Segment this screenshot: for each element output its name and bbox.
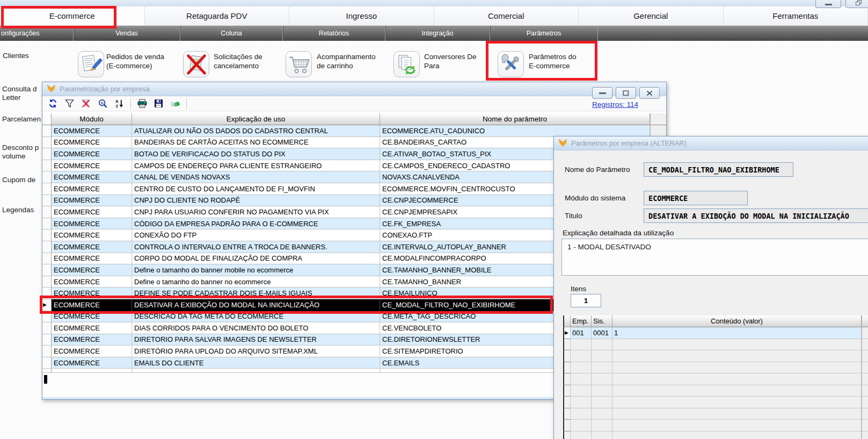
tab-gerencial[interactable]: Gerencial xyxy=(579,6,724,25)
registros-link[interactable]: Registros: 114 xyxy=(592,100,638,109)
sidebar-item-cupom-de[interactable]: Cupom de xyxy=(2,176,35,184)
ribbon: Pedidos de venda(E-commerce)Solicitações… xyxy=(0,41,868,81)
cell-modulo: ECOMMERCE xyxy=(52,264,132,276)
column-header-nome-do-par-metro[interactable]: Nome do parâmetro xyxy=(380,113,650,125)
cell-modulo: ECOMMERCE xyxy=(52,287,132,299)
modulo-sistema-field[interactable]: ECOMMERCE xyxy=(644,191,748,205)
save-icon[interactable] xyxy=(153,98,164,109)
explicacao-label: Explicação detalhada da utilização xyxy=(563,229,674,237)
row-indicator-cell xyxy=(42,183,52,195)
cell-nome-parametro: ECOMMERCE.ATU_CADUNICO xyxy=(380,125,650,137)
cell-explicacao: CONTROLA O INTERVALO ENTRE A TROCA DE BA… xyxy=(132,241,380,253)
tab-comercial[interactable]: Comercial xyxy=(434,6,579,25)
close-button[interactable] xyxy=(639,87,660,99)
cell-modulo: ECOMMERCE xyxy=(52,148,132,160)
cell-explicacao: DIAS CORRIDOS PARA O VENCIMENTO DO BOLET… xyxy=(132,322,380,334)
cell-explicacao: CENTRO DE CUSTO DO LANÇAMENTO DE FI_MOVF… xyxy=(132,183,380,195)
app-root: E-commerceRetaguarda PDVIngressoComercia… xyxy=(0,0,868,439)
menu-item-coluna[interactable]: Coluna xyxy=(180,26,283,41)
itens-grid-empty-row[interactable] xyxy=(563,385,868,397)
row-indicator-cell xyxy=(42,287,52,299)
cell-explicacao: CORPO DO MODAL DE FINALIZAÇÃO DE COMPRA xyxy=(132,253,380,265)
filter-icon[interactable] xyxy=(64,98,75,109)
itens-count-field[interactable]: 1 xyxy=(571,294,601,307)
column-header-m-dulo[interactable]: Módulo xyxy=(52,113,132,125)
cell-emp: 001 xyxy=(571,327,592,339)
sidebar-item-legendas[interactable]: Legendas xyxy=(2,206,34,214)
sidebar-item-desconto-p[interactable]: Desconto pvolume xyxy=(2,143,39,161)
cell-modulo: ECOMMERCE xyxy=(52,160,132,172)
column-header-explica-o-de-uso[interactable]: Explicação de uso xyxy=(132,113,380,125)
header-filler xyxy=(650,113,666,125)
cell-modulo: ECOMMERCE xyxy=(52,299,132,311)
tab-ferramentas[interactable]: Ferramentas xyxy=(724,6,868,25)
sidebar-item-clientes[interactable]: Clientes xyxy=(3,52,29,60)
explicacao-textarea[interactable]: 1 - MODAL DESATIVADO xyxy=(561,239,868,276)
itens-grid-empty-row[interactable] xyxy=(563,420,868,431)
parametrizacao-titlebar: Parametrização por empresa xyxy=(42,82,666,96)
search-icon[interactable]: n xyxy=(97,98,108,109)
cell-modulo: ECOMMERCE xyxy=(52,311,132,323)
cell-modulo: ECOMMERCE xyxy=(52,137,132,149)
cell-explicacao: CONEXÃO DO FTP xyxy=(132,229,380,241)
menu-item-vendas[interactable]: Vendas xyxy=(74,26,180,41)
titulo-label: Titulo xyxy=(565,212,582,220)
row-indicator-cell xyxy=(42,357,52,369)
itens-grid-empty-row[interactable] xyxy=(563,373,868,385)
itens-grid-empty-row[interactable] xyxy=(563,339,868,351)
tab-ingresso[interactable]: Ingresso xyxy=(289,6,434,25)
column-header-sis[interactable]: Sis. xyxy=(592,315,612,327)
cell-explicacao: DEFINE SE PODE CADASTRAR DOIS E-MAILS IG… xyxy=(132,287,380,299)
titulo-field[interactable]: DESATIVAR A EXIBOÇÃO DO MODAL NA INICIAL… xyxy=(644,208,868,223)
itens-grid-empty-row[interactable] xyxy=(563,408,868,420)
cell-modulo: ECOMMERCE xyxy=(52,171,132,183)
cell-explicacao: DIRETORIO PARA SALVAR IMAGENS DE NEWSLET… xyxy=(132,334,380,346)
row-indicator-cell xyxy=(42,346,52,357)
restore-icon xyxy=(856,0,862,5)
column-header-emp[interactable]: Emp. xyxy=(571,315,592,327)
menu-item-par-metros[interactable]: Parâmetros xyxy=(490,26,598,41)
menu-item-onfigura-es[interactable]: onfigurações xyxy=(0,26,74,41)
cell-modulo: ECOMMERCE xyxy=(52,357,132,369)
sort-az-icon[interactable]: AZ xyxy=(114,98,125,109)
column-header-conteudo[interactable]: Conteúdo (valor) xyxy=(612,315,862,327)
row-indicator-cell xyxy=(563,385,571,397)
row-indicator-cell xyxy=(42,195,52,207)
sidebar-item-consulta-d[interactable]: Consulta dLetter xyxy=(2,85,37,102)
sidebar-item-parcelamen[interactable]: Parcelamen xyxy=(2,115,41,124)
toolbar-separator xyxy=(130,98,131,109)
row-indicator-cell xyxy=(563,373,571,385)
clear-filter-icon[interactable] xyxy=(81,98,92,109)
fox-icon xyxy=(47,85,56,93)
cell-explicacao: CANAL DE VENDAS NOVAXS xyxy=(132,171,380,183)
vertical-scrollbar-area[interactable] xyxy=(862,327,868,339)
maximize-button[interactable] xyxy=(616,87,636,99)
row-indicator-cell xyxy=(563,362,571,374)
tab-retaguarda-pdv[interactable]: Retaguarda PDV xyxy=(145,6,290,25)
row-indicator-cell xyxy=(42,171,52,183)
itens-grid-empty-row[interactable] xyxy=(563,431,868,439)
window-restore-button[interactable] xyxy=(845,0,868,8)
tab-e-commerce[interactable]: E-commerce xyxy=(0,6,145,25)
itens-grid-empty-row[interactable] xyxy=(563,350,868,362)
menu-item-relat-rios[interactable]: Relatórios xyxy=(283,26,385,41)
minimize-button[interactable] xyxy=(592,87,612,99)
refresh-icon[interactable] xyxy=(47,98,59,109)
window-minimize-button[interactable] xyxy=(815,0,841,8)
itens-grid-empty-row[interactable] xyxy=(563,362,868,374)
menu-item-integra-o[interactable]: Integração xyxy=(385,26,490,41)
cell-explicacao: DESCRICAO DA TAG META DO ECOMMERCE xyxy=(132,311,380,323)
cell-explicacao: CNPJ PARA USUARIO CONFERIR NO PAGAMENTO … xyxy=(132,206,380,218)
itens-grid-empty-row[interactable] xyxy=(563,397,868,408)
nome-parametro-field[interactable]: CE_MODAL_FILTRO_NAO_EXIBIRHOME xyxy=(644,162,793,177)
eraser-icon[interactable] xyxy=(170,98,181,109)
cell-explicacao: DIRETÓRIO PARA UPLOAD DO ARQUIVO SITEMAP… xyxy=(132,346,380,357)
vertical-scrollbar-area[interactable] xyxy=(650,125,666,137)
print-icon[interactable] xyxy=(136,98,148,109)
row-indicator-cell xyxy=(563,350,571,362)
table-row[interactable]: ECOMMERCEATUALIZAR OU NÃO OS DADOS DO CA… xyxy=(42,125,666,137)
svg-text:A: A xyxy=(115,99,119,104)
cell-modulo: ECOMMERCE xyxy=(52,253,132,265)
itens-grid-row[interactable]: ▶00100011 xyxy=(563,327,868,339)
minimize-icon xyxy=(825,4,832,5)
